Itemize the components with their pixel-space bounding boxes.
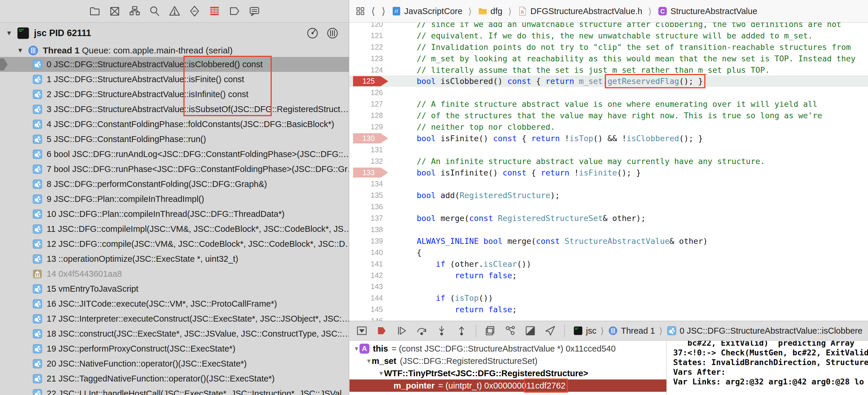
code-line[interactable]: 135 bool add(RegisteredStructure); — [349, 189, 868, 201]
stack-frame-row[interactable]: 6 bool JSC::DFG::runAndLog<JSC::DFG::Con… — [0, 147, 349, 162]
code-line[interactable]: 142 return false; — [349, 270, 868, 281]
stack-frame-row[interactable]: 9 JSC::DFG::Plan::compileInThreadImpl() — [0, 192, 349, 207]
stack-frame-row[interactable]: 17 JSC::Interpreter::executeConstruct(JS… — [0, 311, 349, 326]
stack-frame-row[interactable]: 3 JSC::DFG::StructureAbstractValue::isSu… — [0, 102, 349, 117]
gutter[interactable]: 137 — [349, 212, 394, 224]
gutter[interactable]: 132 — [349, 155, 394, 167]
gauge-icon[interactable] — [306, 27, 319, 40]
variable-row[interactable]: ▼Athis= (const JSC::DFG::StructureAbstra… — [349, 342, 666, 355]
gutter[interactable]: 142 — [349, 270, 394, 281]
breadcrumb-label[interactable]: Thread 1 — [621, 326, 655, 336]
tests-icon[interactable] — [188, 5, 201, 17]
code-line[interactable]: 123 // m_set by looking at reachability … — [349, 53, 868, 64]
code-line[interactable]: 146 — [349, 315, 868, 321]
stack-frame-row[interactable]: 1 JSC::DFG::StructureAbstractValue::isFi… — [0, 72, 349, 87]
gutter[interactable]: 138 — [349, 224, 394, 235]
gutter[interactable]: 141 — [349, 258, 394, 270]
code-line[interactable]: 121 // equivalent. If we do this, the ne… — [349, 30, 868, 41]
code-line[interactable]: 137 bool merge(const RegisteredStructure… — [349, 212, 868, 224]
code-line[interactable]: 144 if (isTop()) — [349, 292, 868, 304]
gutter[interactable]: 123 — [349, 53, 394, 64]
code-line[interactable]: 126 — [349, 87, 868, 98]
appearance-override-icon[interactable] — [524, 325, 536, 337]
gutter[interactable]: 128 — [349, 110, 394, 121]
code-line[interactable]: 140 { — [349, 247, 868, 258]
breadcrumb-item[interactable]: JavaScriptCore — [392, 6, 462, 16]
thread-row[interactable]: ▼ Thread 1 Queue: com.apple.main-thread … — [0, 44, 349, 57]
code-line[interactable]: 138 — [349, 224, 868, 235]
search-icon[interactable] — [149, 5, 161, 17]
stack-frame-row[interactable]: 2 JSC::DFG::StructureAbstractValue::isIn… — [0, 87, 349, 102]
stack-frame-row[interactable]: 11 JSC::DFG::compileImpl(JSC::VM&, JSC::… — [0, 221, 349, 237]
related-items-icon[interactable] — [355, 6, 365, 16]
code-line[interactable]: 127 // A finite structure abstract value… — [349, 98, 868, 110]
variable-row[interactable]: ▼WTF::TinyPtrSet<JSC::DFG::RegisteredStr… — [349, 367, 666, 379]
process-row[interactable]: ▼ jsc PID 62111 — [0, 23, 349, 44]
gutter[interactable]: 140 — [349, 247, 394, 258]
step-over-icon[interactable] — [416, 325, 428, 337]
hide-debug-area-icon[interactable] — [356, 325, 368, 337]
code-line[interactable]: 129 // neither top nor clobbered. — [349, 121, 868, 133]
stack-frame-row[interactable]: 13 ::operationOptimize(JSC::ExecState *,… — [0, 251, 349, 267]
variable-row[interactable]: m_pointer= (uintptr_t) 0x000000011cdf276… — [349, 379, 666, 392]
stack-frame-row[interactable]: 19 JSC::performProxyConstruct(JSC::ExecS… — [0, 341, 349, 356]
code-line[interactable]: 136 — [349, 201, 868, 212]
code-line[interactable]: 130 bool isFinite() const { return !isTo… — [349, 133, 868, 144]
code-line[interactable]: 139 ALWAYS_INLINE bool merge(const Struc… — [349, 235, 868, 247]
code-line[interactable]: 122 // Invalidation points do not try to… — [349, 41, 868, 53]
breadcrumb-label[interactable]: jsc — [586, 326, 596, 336]
stack-frame-row[interactable]: 21 JSC::TaggedNativeFunction::operator()… — [0, 371, 349, 386]
code-line[interactable]: 141 if (other.isClear()) — [349, 258, 868, 270]
gutter[interactable]: 126 — [349, 87, 394, 98]
step-into-icon[interactable] — [436, 325, 447, 337]
stack-frame-row[interactable]: 4 JSC::DFG::ConstantFoldingPhase::foldCo… — [0, 117, 349, 132]
code-line[interactable]: 128 // of the structures that the value … — [349, 110, 868, 121]
forward-chevron-icon[interactable]: ⟩ — [381, 6, 386, 16]
breakpoints-toggle-icon[interactable] — [376, 325, 388, 337]
code-line[interactable]: 132 // An infinite structure abstract va… — [349, 155, 868, 167]
disclosure-triangle-icon[interactable]: ▼ — [353, 346, 360, 352]
gutter[interactable]: 122 — [349, 41, 394, 53]
stack-frame-row[interactable]: 22 JSC::LLInt::handleHostCall(JSC::ExecS… — [0, 386, 349, 395]
gutter[interactable]: 146 — [349, 315, 394, 321]
code-line[interactable]: 131 — [349, 144, 868, 155]
stack-frame-row[interactable]: 5 JSC::DFG::ConstantFoldingPhase::run() — [0, 132, 349, 147]
variable-row[interactable]: ▼m_set(JSC::DFG::RegisteredStructureSet) — [349, 355, 666, 367]
gutter[interactable]: 131 — [349, 144, 394, 155]
stack-frame-row[interactable]: 14 0x4f5443601aa8 — [0, 267, 349, 281]
gutter[interactable]: 127 — [349, 98, 394, 110]
stack-frame-row[interactable]: 18 JSC::construct(JSC::ExecState*, JSC::… — [0, 326, 349, 341]
gutter[interactable]: 139 — [349, 235, 394, 247]
code-line[interactable]: 145 return false; — [349, 304, 868, 315]
disclosure-triangle-icon[interactable]: ▼ — [17, 47, 24, 54]
code-area[interactable]: 120 // since if we add an unwatchable st… — [349, 23, 868, 321]
gutter[interactable]: 124 — [349, 64, 394, 76]
source-control-icon[interactable] — [108, 5, 121, 17]
gutter[interactable]: 133 — [349, 167, 394, 178]
gutter[interactable]: 130 — [349, 133, 394, 144]
gutter[interactable]: 143 — [349, 281, 394, 292]
stack-frame-row[interactable]: 15 vmEntryToJavaScript — [0, 281, 349, 296]
gutter[interactable]: 135 — [349, 189, 394, 201]
breakpoint-badge[interactable]: 130 — [353, 133, 388, 144]
stack-frame-row[interactable]: 10 JSC::DFG::Plan::compileInThread(JSC::… — [0, 207, 349, 221]
symbol-navigator-icon[interactable] — [128, 5, 141, 17]
gutter[interactable]: 120 — [349, 23, 394, 30]
filter-lines-icon[interactable] — [326, 27, 339, 40]
disclosure-triangle-icon[interactable]: ▼ — [6, 30, 12, 36]
disclosure-triangle-icon[interactable]: ▼ — [378, 370, 384, 376]
code-line[interactable]: 134 — [349, 178, 868, 189]
breadcrumb-item[interactable]: dfg — [478, 6, 502, 16]
memory-graph-icon[interactable] — [504, 325, 516, 337]
code-line[interactable]: 125 bool isClobbered() const { return m_… — [349, 75, 868, 87]
reports-icon[interactable] — [248, 5, 260, 17]
code-line[interactable]: 143 — [349, 281, 868, 292]
gutter[interactable]: 125 — [349, 75, 394, 87]
disclosure-triangle-icon[interactable]: ▼ — [366, 358, 372, 364]
issues-icon[interactable] — [168, 5, 181, 17]
stack-frame-row[interactable]: 12 JSC::DFG::compile(JSC::VM&, JSC::Code… — [0, 237, 349, 251]
step-out-icon[interactable] — [456, 325, 467, 337]
breakpoints-icon[interactable] — [228, 5, 241, 17]
code-line[interactable]: 133 bool isInfinite() const { return !is… — [349, 167, 868, 178]
gutter[interactable]: 145 — [349, 304, 394, 315]
